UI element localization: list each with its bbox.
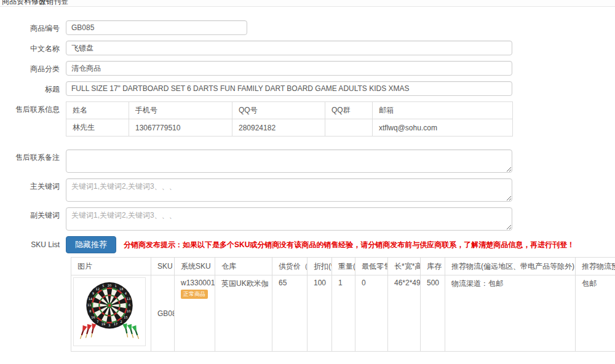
contact-info-label: 售后联系信息 [0, 101, 66, 115]
contact-name: 林先生 [66, 119, 129, 136]
logistics-cell: 物流渠道：包邮 [445, 275, 576, 352]
svg-text:4: 4 [125, 291, 127, 295]
svg-text:3: 3 [108, 323, 110, 327]
stock-cell: 500 [421, 275, 445, 352]
remark-textarea[interactable] [66, 149, 512, 173]
product-form: 商品编号 中文名称 商品分类 标题 售后联系信息 姓名 手机号 QQ号 QQ群 … [0, 7, 615, 352]
top-tab-strip: 商品资料修改 分销刊登 [0, 0, 615, 7]
category-label: 商品分类 [0, 61, 66, 74]
sku-header-sku: SKU [151, 258, 175, 275]
title-label: 标题 [0, 81, 66, 95]
contact-header-email: 邮箱 [373, 102, 513, 119]
sku-list-label: SKU List [0, 240, 66, 249]
contact-email: xtflwq@sohu.com [373, 119, 513, 136]
row-contact-info: 售后联系信息 姓名 手机号 QQ号 QQ群 邮箱 林先生 13067779510… [0, 101, 615, 136]
svg-text:9: 9 [92, 291, 94, 295]
row-sub-keywords: 副关键词 [0, 207, 615, 231]
contact-table: 姓名 手机号 QQ号 QQ群 邮箱 林先生 13067779510 280924… [66, 101, 513, 136]
weight-cell: 1 [332, 275, 355, 352]
status-badge: 正常商品 [181, 290, 208, 299]
contact-header-qq: QQ号 [232, 102, 325, 119]
sku-header-warehouse: 仓库 [215, 258, 272, 275]
sku-header-supply-price: 供货价（¥） [272, 258, 308, 275]
sku-header-estimated-freight: 推荐物流预估尾 [576, 258, 615, 275]
row-sku-list: SKU List 隐藏推荐 分销商发布提示：如果以下是多个SKU或分销商没有该商… [0, 236, 615, 253]
sku-data-row: 20118 4136 10152 17319 7168 11149 125 [71, 275, 615, 352]
row-category: 商品分类 [0, 61, 615, 76]
sku-code-cell: GB085 [151, 275, 175, 352]
dartboard-image: 20118 4136 10152 17319 7168 11149 125 [75, 279, 144, 344]
hide-recommend-button[interactable]: 隐藏推荐 [66, 236, 116, 253]
product-code-input[interactable] [66, 20, 247, 35]
contact-phone: 13067779510 [129, 119, 232, 136]
main-keywords-textarea[interactable] [66, 178, 512, 202]
sku-header-row: 图片 SKU 系统SKU 仓库 供货价（¥） 折扣(%) 重量(kg) 最低零售… [71, 258, 615, 275]
discount-cell: 100 [308, 275, 332, 352]
contact-qqgroup [325, 119, 373, 136]
remark-label: 售后联系备注 [0, 149, 66, 163]
sku-header-logistics: 推荐物流(偏远地区、带电产品等除外) [445, 258, 576, 275]
system-sku-cell: w13300015 正常商品 [175, 275, 215, 352]
contact-header-phone: 手机号 [129, 102, 232, 119]
svg-text:10: 10 [127, 309, 130, 313]
sku-header-image: 图片 [71, 258, 151, 275]
product-image[interactable]: 20118 4136 10152 17319 7168 11149 125 [73, 277, 146, 346]
row-remark: 售后联系备注 [0, 149, 615, 173]
cn-name-input[interactable] [66, 41, 512, 55]
svg-text:8: 8 [89, 309, 91, 313]
row-main-keywords: 主关键词 [0, 178, 615, 202]
svg-text:7: 7 [97, 320, 98, 323]
warehouse-cell: 英国UK欧米伽 [215, 275, 272, 352]
distributor-warning-text: 分销商发布提示：如果以下是多个SKU或分销商没有该商品的销售经验，请分销商发布前… [124, 240, 574, 250]
sku-header-weight: 重量(kg) [332, 258, 355, 275]
svg-text:18: 18 [119, 287, 123, 291]
product-code-label: 商品编号 [0, 20, 66, 34]
contact-header-qqgroup: QQ群 [325, 102, 373, 119]
green-darts [122, 323, 141, 339]
supply-price-cell: 65 [272, 275, 308, 352]
svg-text:19: 19 [101, 322, 105, 326]
row-title: 标题 [0, 81, 615, 96]
svg-text:5: 5 [102, 284, 104, 288]
svg-text:17: 17 [114, 322, 117, 326]
title-input[interactable] [66, 81, 512, 96]
estimated-freight-cell: 包邮 [576, 275, 615, 352]
svg-text:13: 13 [127, 297, 130, 301]
sku-header-dimensions: 长*宽*高 [388, 258, 421, 275]
system-sku-value: w13300015 [181, 279, 208, 287]
svg-text:6: 6 [129, 303, 130, 307]
svg-text:2: 2 [121, 320, 122, 323]
row-cn-name: 中文名称 [0, 41, 615, 55]
sku-table-container: 图片 SKU 系统SKU 仓库 供货价（¥） 折扣(%) 重量(kg) 最低零售… [71, 257, 615, 352]
sku-header-min-retail: 最低零售价 [355, 258, 388, 275]
contact-data-row: 林先生 13067779510 280924182 xtflwq@sohu.co… [66, 119, 513, 136]
svg-text:11: 11 [87, 303, 91, 307]
svg-text:1: 1 [114, 284, 116, 288]
sku-header-discount: 折扣(%) [308, 258, 332, 275]
sku-table: 图片 SKU 系统SKU 仓库 供货价（¥） 折扣(%) 重量(kg) 最低零售… [71, 257, 615, 352]
sku-image-cell: 20118 4136 10152 17319 7168 11149 125 [71, 275, 151, 352]
main-keywords-label: 主关键词 [0, 178, 66, 192]
svg-text:20: 20 [108, 283, 111, 287]
contact-qq: 280924182 [232, 119, 325, 136]
sku-header-system-sku: 系统SKU [175, 258, 215, 275]
row-product-code: 商品编号 [0, 20, 615, 35]
red-darts [78, 323, 97, 339]
cn-name-label: 中文名称 [0, 41, 66, 54]
min-retail-cell: 0 [355, 275, 388, 352]
contact-header-name: 姓名 [66, 102, 129, 119]
svg-text:14: 14 [89, 297, 92, 301]
contact-header-row: 姓名 手机号 QQ号 QQ群 邮箱 [66, 102, 513, 119]
sub-keywords-label: 副关键词 [0, 207, 66, 221]
category-input[interactable] [66, 61, 512, 76]
dimensions-cell: 46*2*49 [388, 275, 421, 352]
tab-distribution[interactable]: 分销刊登 [39, 0, 68, 7]
svg-text:12: 12 [96, 287, 100, 291]
sku-header-stock: 库存 [421, 258, 445, 275]
sub-keywords-textarea[interactable] [66, 207, 512, 231]
svg-text:15: 15 [124, 315, 127, 319]
svg-text:16: 16 [91, 315, 95, 319]
